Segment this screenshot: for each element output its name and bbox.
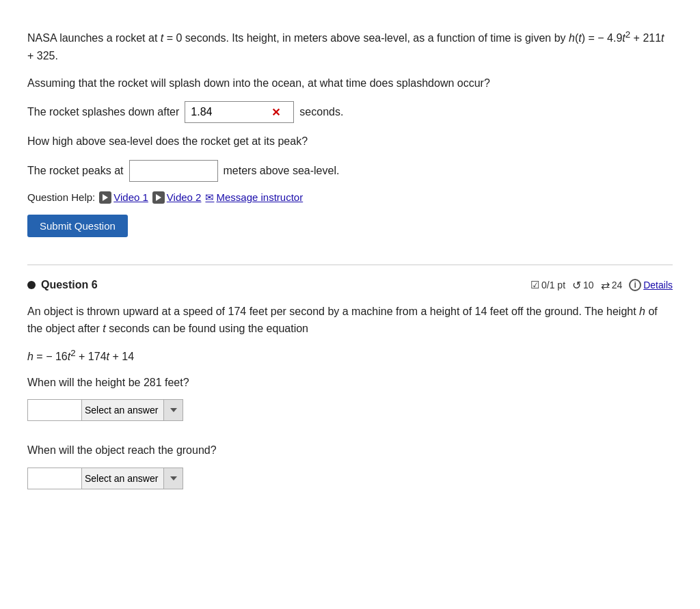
splash-label-pre: The rocket splashes down after: [27, 106, 179, 118]
q6-height-select[interactable]: Select an answer: [82, 399, 164, 421]
splash-label-post: seconds.: [299, 106, 343, 118]
chevron-down-icon-2: [170, 476, 177, 481]
submissions-item: ⇄ 24: [601, 279, 623, 292]
q6-equation: h = − 16t2 + 174t + 14: [27, 346, 673, 366]
question-5-body: NASA launches a rocket at t = 0 seconds.…: [27, 21, 673, 251]
question-6-header: Question 6 ☑ 0/1 pt ↺ 10 ⇄ 24 i Details: [27, 279, 673, 292]
question-help-label: Question Help:: [27, 191, 95, 203]
attempts-value: 10: [583, 280, 594, 290]
clock-icon: ↺: [572, 279, 581, 292]
refresh-icon: ⇄: [601, 279, 610, 292]
q6-height-text-input[interactable]: [27, 399, 82, 421]
q6-problem-text: An object is thrown upward at a speed of…: [27, 303, 673, 338]
section-divider: [27, 265, 673, 265]
video2-link[interactable]: Video 2: [152, 191, 202, 204]
peak-label-post: meters above sea-level.: [224, 165, 340, 177]
play-icon-2: [152, 191, 165, 204]
peak-row: The rocket peaks at meters above sea-lev…: [27, 160, 673, 182]
q6-height-answer-row: Select an answer: [27, 399, 673, 421]
q6-ground-text-input[interactable]: [27, 468, 82, 489]
play-icon-1: [99, 191, 111, 204]
video1-label: Video 1: [113, 191, 148, 203]
splash-input[interactable]: [185, 103, 267, 121]
q6-height-select-group: Select an answer: [82, 399, 183, 421]
message-instructor-label: Message instructor: [216, 191, 303, 203]
splash-input-wrapper: ✕: [185, 101, 294, 123]
submit-question-button[interactable]: Submit Question: [27, 215, 128, 237]
chevron-down-icon-1: [170, 408, 177, 412]
video2-label: Video 2: [167, 191, 202, 203]
details-link[interactable]: Details: [643, 280, 673, 290]
video1-link[interactable]: Video 1: [99, 191, 148, 204]
question-6-bullet: [27, 281, 36, 289]
submissions-value: 24: [612, 280, 623, 290]
q6-ground-select[interactable]: Select an answer: [82, 468, 164, 489]
q6-ground-question: When will the object reach the ground?: [27, 442, 673, 459]
message-instructor-link[interactable]: ✉ Message instructor: [205, 191, 303, 204]
mail-icon: ✉: [205, 191, 214, 204]
problem-statement-1: NASA launches a rocket at t = 0 seconds.…: [27, 27, 673, 65]
peak-label-pre: The rocket peaks at: [27, 165, 124, 177]
splashdown-row: The rocket splashes down after ✕ seconds…: [27, 101, 673, 123]
peak-question: How high above sea-level does the rocket…: [27, 133, 673, 150]
question-6-body: An object is thrown upward at a speed of…: [27, 303, 673, 510]
question-help-row: Question Help: Video 1 Video 2 ✉ Message…: [27, 191, 673, 204]
details-item[interactable]: i Details: [629, 279, 673, 291]
question-6-label: Question 6: [27, 279, 98, 291]
info-icon[interactable]: i: [629, 279, 641, 291]
question-6-meta: ☑ 0/1 pt ↺ 10 ⇄ 24 i Details: [530, 279, 673, 292]
check-square-icon: ☑: [530, 279, 539, 291]
q6-height-select-arrow[interactable]: [164, 399, 183, 421]
score-value: 0/1 pt: [541, 280, 565, 290]
peak-input[interactable]: [129, 160, 218, 182]
attempts-item: ↺ 10: [572, 279, 594, 292]
question-6-number: Question 6: [41, 279, 98, 291]
q6-ground-select-arrow[interactable]: [164, 468, 183, 489]
question-6-section: Question 6 ☑ 0/1 pt ↺ 10 ⇄ 24 i Details: [27, 279, 673, 510]
q6-ground-select-group: Select an answer: [82, 468, 183, 489]
splash-clear-button[interactable]: ✕: [267, 106, 284, 119]
score-item: ☑ 0/1 pt: [530, 279, 565, 291]
splashdown-question: Assuming that the rocket will splash dow…: [27, 75, 673, 92]
q6-height-question: When will the height be 281 feet?: [27, 374, 673, 392]
q6-ground-answer-row: Select an answer: [27, 468, 673, 489]
